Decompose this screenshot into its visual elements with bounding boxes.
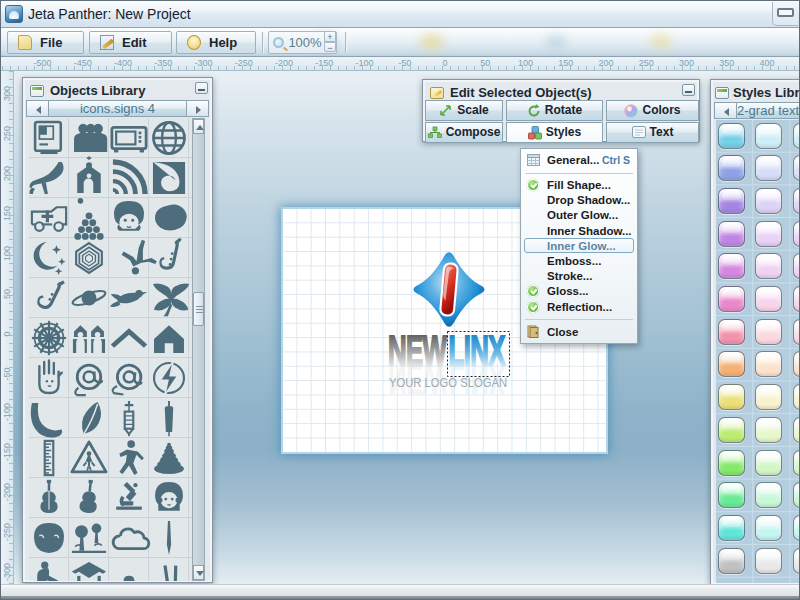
svg-text:YOUR LOGO SLOGAN: YOUR LOGO SLOGAN <box>389 376 507 390</box>
